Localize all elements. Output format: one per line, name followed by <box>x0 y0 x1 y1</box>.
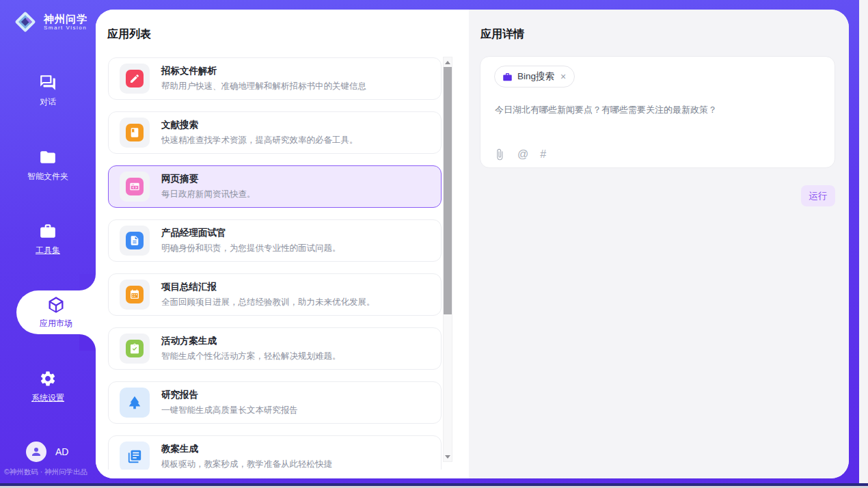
app-card-list: 招标文件解析 帮助用户快速、准确地理解和解析招标书中的关键信息 文献搜索 快速精… <box>108 57 442 470</box>
app-card-title: 活动方案生成 <box>161 335 341 347</box>
app-card-title: 教案生成 <box>161 443 332 455</box>
app-card-title: 网页摘要 <box>161 173 256 185</box>
calendar-icon <box>129 289 140 300</box>
app-card[interactable]: 项目总结汇报 全面回顾项目进展，总结经验教训，助力未来优化发展。 <box>108 273 442 316</box>
chat-icon <box>39 74 57 92</box>
app-list-panel: 应用列表 招标文件解析 帮助用户快速、准确地理解和解析招标书中的关键信息 文献搜… <box>96 10 469 478</box>
app-card-desc: 快速精准查找学术资源，提高研究效率的必备工具。 <box>161 135 358 146</box>
app-icon-container <box>120 118 150 148</box>
scrollbar-thumb[interactable] <box>444 67 452 314</box>
app-icon-container <box>120 334 150 364</box>
books-icon <box>127 449 142 464</box>
tree-icon <box>127 395 142 410</box>
cube-icon <box>46 295 66 314</box>
main-content: 应用列表 招标文件解析 帮助用户快速、准确地理解和解析招标书中的关键信息 文献搜… <box>96 10 849 478</box>
app-card-desc: 每日政府新闻资讯快查。 <box>161 189 256 200</box>
bing-search-tag[interactable]: Bing搜索 × <box>494 66 575 87</box>
app-card-desc: 明确身份和职责，为您提供专业性的面试问题。 <box>161 243 341 254</box>
app-card-desc: 帮助用户快速、准确地理解和解析招标书中的关键信息 <box>161 81 366 92</box>
paperclip-icon[interactable] <box>493 148 506 161</box>
briefcase-icon <box>502 72 513 82</box>
active-tab-curve-bottom <box>79 334 96 351</box>
input-toolbar: @# <box>493 148 546 161</box>
avatar[interactable] <box>26 442 46 462</box>
app-icon-container <box>120 64 150 94</box>
tag-label: Bing搜索 <box>517 70 554 83</box>
scroll-down-icon[interactable] <box>444 452 452 461</box>
folder-icon <box>39 148 57 166</box>
app-icon-container <box>120 388 150 418</box>
app-card-desc: 模板驱动，教案秒成，教学准备从此轻松快捷 <box>161 459 332 470</box>
sidebar-item-toolset[interactable]: 工具集 <box>0 222 96 256</box>
app-card-title: 产品经理面试官 <box>161 227 341 239</box>
sidebar: 神州问学 Smart Vision 对话 智能文件夹 工具集 应用市场 系统设置… <box>0 0 96 483</box>
gear-icon <box>39 370 57 388</box>
logo-diamond-icon <box>12 9 38 35</box>
logo-subtitle: Smart Vision <box>44 25 87 31</box>
tag-close-icon[interactable]: × <box>559 72 567 81</box>
app-card[interactable]: 招标文件解析 帮助用户快速、准确地理解和解析招标书中的关键信息 <box>108 57 442 100</box>
sidebar-item-settings[interactable]: 系统设置 <box>0 370 96 404</box>
browser-icon <box>129 181 140 192</box>
toolbox-icon <box>39 222 57 240</box>
at-icon[interactable]: @ <box>517 148 528 161</box>
sidebar-item-smart-folder[interactable]: 智能文件夹 <box>0 148 96 182</box>
app-card-title: 招标文件解析 <box>161 65 366 77</box>
user-row[interactable]: AD <box>26 442 68 462</box>
app-card-desc: 一键智能生成高质量长文本研究报告 <box>161 405 298 416</box>
question-text[interactable]: 今日湖北有哪些新闻要点？有哪些需要关注的最新政策？ <box>495 103 822 117</box>
sidebar-item-app-market[interactable]: 应用市场 <box>16 290 96 334</box>
app-card-title: 文献搜索 <box>161 119 358 131</box>
sidebar-footer: ©神州数码 · 神州问学出品 <box>0 467 103 477</box>
app-list-title: 应用列表 <box>107 27 151 42</box>
app-icon-container <box>120 280 150 310</box>
app-card[interactable]: 网页摘要 每日政府新闻资讯快查。 <box>108 165 442 208</box>
sidebar-item-chat[interactable]: 对话 <box>0 74 96 108</box>
window-right-edge <box>859 0 868 483</box>
app-card[interactable]: 文献搜索 快速精准查找学术资源，提高研究效率的必备工具。 <box>108 111 442 154</box>
app-icon-container <box>120 172 150 202</box>
app-card-desc: 智能生成个性化活动方案，轻松解决规划难题。 <box>161 351 341 362</box>
sidebar-item-label: 应用市场 <box>40 318 72 328</box>
app-icon-container <box>120 226 150 256</box>
sidebar-item-label: 工具集 <box>36 245 60 255</box>
active-tab-curve-top <box>79 274 96 290</box>
clipboard-icon <box>129 343 140 354</box>
app-card[interactable]: 产品经理面试官 明确身份和职责，为您提供专业性的面试问题。 <box>108 219 442 262</box>
app-card-title: 研究报告 <box>161 389 298 401</box>
app-detail-title: 应用详情 <box>480 27 524 42</box>
app-card[interactable]: 教案生成 模板驱动，教案秒成，教学准备从此轻松快捷 <box>108 435 442 470</box>
edit-icon <box>129 73 140 84</box>
app-card-title: 项目总结汇报 <box>161 281 375 293</box>
app-window: 神州问学 Smart Vision 对话 智能文件夹 工具集 应用市场 系统设置… <box>0 0 868 488</box>
logo-title: 神州问学 <box>44 13 87 25</box>
user-name: AD <box>55 446 68 457</box>
resume-icon <box>129 235 140 246</box>
run-button[interactable]: 运行 <box>801 185 835 206</box>
hash-icon[interactable]: # <box>540 148 546 161</box>
app-card-desc: 全面回顾项目进展，总结经验教训，助力未来优化发展。 <box>161 297 375 308</box>
scroll-up-icon[interactable] <box>444 57 452 67</box>
app-detail-panel: 应用详情 Bing搜索 × 今日湖北有哪些新闻要点？有哪些需要关注的最新政策？ … <box>469 10 849 478</box>
app-icon-container <box>120 442 150 470</box>
app-logo: 神州问学 Smart Vision <box>12 9 87 35</box>
sidebar-item-label: 系统设置 <box>31 393 64 403</box>
scrollbar[interactable] <box>443 57 452 462</box>
sidebar-item-label: 对话 <box>40 97 56 107</box>
sidebar-item-label: 智能文件夹 <box>27 172 68 181</box>
app-detail-card: Bing搜索 × 今日湖北有哪些新闻要点？有哪些需要关注的最新政策？ @# <box>480 56 835 168</box>
book-icon <box>129 127 140 138</box>
app-card[interactable]: 活动方案生成 智能生成个性化活动方案，轻松解决规划难题。 <box>108 327 442 370</box>
app-card[interactable]: 研究报告 一键智能生成高质量长文本研究报告 <box>108 381 442 424</box>
